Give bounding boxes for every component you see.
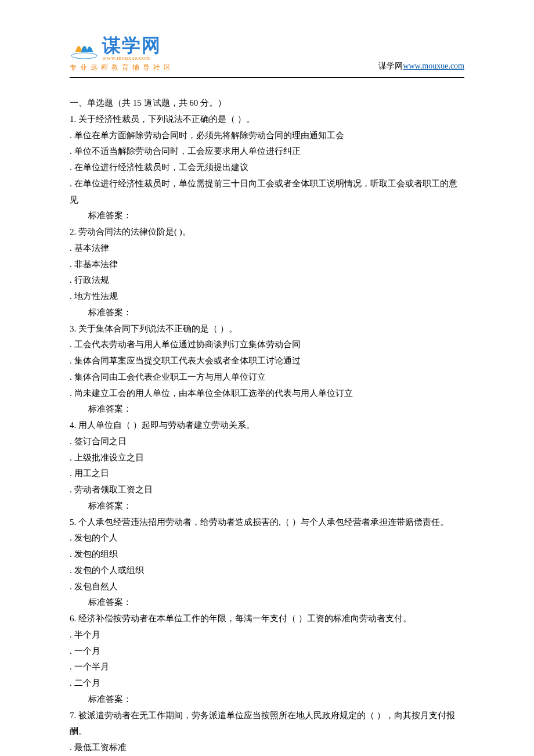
question-option: . 在单位进行经济性裁员时，单位需提前三十日向工会或者全体职工说明情况，听取工会…	[70, 176, 464, 208]
question-option: . 一个半月	[70, 659, 464, 675]
question-option: . 集体合同由工会代表企业职工一方与用人单位订立	[70, 369, 464, 386]
question-option: . 发包自然人	[70, 579, 464, 595]
question-option: . 单位不适当解除劳动合同时，工会应要求用人单位进行纠正	[70, 143, 464, 160]
question-option: . 地方性法规	[70, 289, 464, 305]
site-label: 谋学网	[378, 62, 403, 70]
question-option: . 行政法规	[70, 272, 464, 289]
logo-icon	[70, 35, 99, 62]
logo-main: 谋学网 www.mouxue.com	[70, 35, 174, 62]
question-stem: 2. 劳动合同法的法律位阶是( )。	[70, 224, 464, 240]
questions-container: 1. 关于经济性裁员，下列说法不正确的是（ ）。. 单位在单方面解除劳动合同时，…	[70, 111, 464, 756]
question-stem: 7. 被派遣劳动者在无工作期间，劳务派遣单位应当按照所在地人民政府规定的（ ），…	[70, 708, 464, 740]
logo-name-cn: 谋学网	[102, 36, 161, 55]
question-option: . 集体合同草案应当提交职工代表大会或者全体职工讨论通过	[70, 353, 464, 369]
question-option: . 工会代表劳动者与用人单位通过协商谈判订立集体劳动合同	[70, 337, 464, 353]
question-option: . 在单位进行经济性裁员时，工会无须提出建议	[70, 160, 464, 176]
page-header: 谋学网 www.mouxue.com 专业远程教育辅导社区 谋学网www.mou…	[70, 35, 464, 73]
question-option: . 发包的个人或组织	[70, 563, 464, 579]
content-body: 一、单选题（共 15 道试题，共 60 分。） 1. 关于经济性裁员，下列说法不…	[70, 95, 464, 756]
answer-label: 标准答案：	[70, 305, 464, 321]
answer-label: 标准答案：	[70, 692, 464, 708]
question-option: . 半个月	[70, 627, 464, 643]
site-link[interactable]: www.mouxue.com	[403, 62, 464, 70]
question-stem: 5. 个人承包经营违法招用劳动者，给劳动者造成损害的,（ ）与个人承包经营者承担…	[70, 514, 464, 531]
question-option: . 最低工资标准	[70, 740, 464, 756]
answer-label: 标准答案：	[70, 401, 464, 417]
question-stem: 1. 关于经济性裁员，下列说法不正确的是（ ）。	[70, 111, 464, 128]
logo-tagline: 专业远程教育辅导社区	[70, 63, 174, 73]
question-option: . 发包的个人	[70, 530, 464, 546]
question-stem: 4. 用人单位自（ ）起即与劳动者建立劳动关系。	[70, 417, 464, 434]
question-option: . 发包的组织	[70, 546, 464, 563]
logo-url-text: www.mouxue.com	[102, 55, 161, 61]
svg-point-0	[71, 53, 97, 59]
question-option: . 基本法律	[70, 240, 464, 257]
answer-label: 标准答案：	[70, 595, 464, 611]
question-option: . 签订合同之日	[70, 434, 464, 450]
question-option: . 非基本法律	[70, 257, 464, 273]
question-stem: 6. 经济补偿按劳动者在本单位工作的年限，每满一年支付（ ）工资的标准向劳动者支…	[70, 611, 464, 627]
question-option: . 尚未建立工会的用人单位，由本单位全体职工选举的代表与用人单位订立	[70, 386, 464, 402]
header-divider	[70, 77, 464, 78]
question-option: . 用工之日	[70, 466, 464, 482]
question-option: . 一个月	[70, 643, 464, 660]
question-option: . 劳动者领取工资之日	[70, 482, 464, 498]
document-page: 谋学网 www.mouxue.com 专业远程教育辅导社区 谋学网www.mou…	[0, 0, 534, 756]
question-option: . 上级批准设立之日	[70, 450, 464, 466]
logo-text: 谋学网 www.mouxue.com	[102, 36, 161, 61]
question-option: . 二个月	[70, 675, 464, 692]
logo-block: 谋学网 www.mouxue.com 专业远程教育辅导社区	[70, 35, 174, 73]
question-stem: 3. 关于集体合同下列说法不正确的是（ ）。	[70, 321, 464, 337]
answer-label: 标准答案：	[70, 208, 464, 224]
section-title: 一、单选题（共 15 道试题，共 60 分。）	[70, 95, 464, 111]
site-reference: 谋学网www.mouxue.com	[378, 61, 464, 73]
question-option: . 单位在单方面解除劳动合同时，必须先将解除劳动合同的理由通知工会	[70, 128, 464, 144]
answer-label: 标准答案：	[70, 498, 464, 514]
